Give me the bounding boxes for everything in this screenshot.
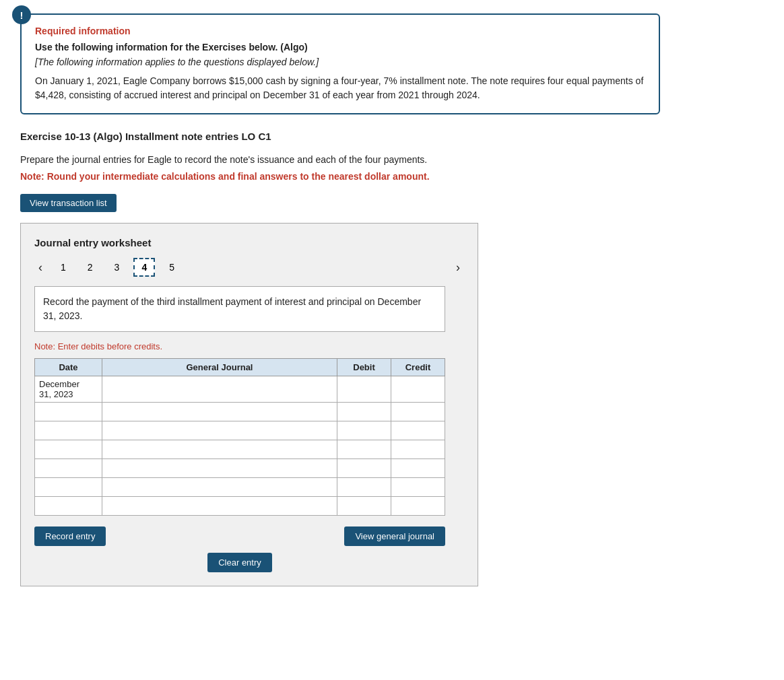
debit-input-1[interactable] <box>341 407 387 417</box>
col-header-journal: General Journal <box>102 359 337 376</box>
table-row-credit-3[interactable] <box>391 440 445 459</box>
info-box: ! Required information Use the following… <box>20 13 660 114</box>
info-body: On January 1, 2021, Eagle Company borrow… <box>35 74 645 102</box>
journal-input-1[interactable] <box>106 407 333 417</box>
journal-input-2[interactable] <box>106 426 333 436</box>
record-entry-button[interactable]: Record entry <box>34 526 106 546</box>
col-header-date: Date <box>35 359 102 376</box>
buttons-bottom: Clear entry <box>34 553 445 572</box>
credit-input-2[interactable] <box>395 426 440 436</box>
credit-input-4[interactable] <box>395 463 440 473</box>
table-row-debit-3[interactable] <box>337 440 391 459</box>
table-row-journal-6[interactable] <box>102 497 337 516</box>
table-row-credit-6[interactable] <box>391 497 445 516</box>
table-row-debit-4[interactable] <box>337 459 391 478</box>
worksheet-title: Journal entry worksheet <box>34 237 464 248</box>
debit-input-2[interactable] <box>341 426 387 436</box>
journal-table: Date General Journal Debit Credit Decemb… <box>34 358 445 516</box>
credit-input-5[interactable] <box>395 482 440 492</box>
info-italic: [The following information applies to th… <box>35 57 645 67</box>
debit-input-6[interactable] <box>341 501 387 511</box>
table-row-journal-3[interactable] <box>102 440 337 459</box>
table-row-journal-2[interactable] <box>102 421 337 440</box>
view-general-journal-button[interactable]: View general journal <box>344 526 445 546</box>
credit-input-6[interactable] <box>395 501 440 511</box>
tab-next-button[interactable]: › <box>452 259 464 276</box>
info-heading: Use the following information for the Ex… <box>35 42 645 53</box>
table-row-credit-0[interactable] <box>391 376 445 403</box>
exercise-title: Exercise 10-13 (Algo) Installment note e… <box>20 131 764 142</box>
table-row-debit-2[interactable] <box>337 421 391 440</box>
tab-navigation: ‹ 1 2 3 4 5 › <box>34 258 464 277</box>
col-header-debit: Debit <box>337 359 391 376</box>
table-row-date-4 <box>35 459 102 478</box>
credit-input-3[interactable] <box>395 444 440 454</box>
journal-input-4[interactable] <box>106 463 333 473</box>
table-row-debit-1[interactable] <box>337 403 391 421</box>
table-row-date-5 <box>35 478 102 497</box>
required-label: Required information <box>35 26 645 36</box>
tab-4[interactable]: 4 <box>133 258 155 277</box>
debit-input-3[interactable] <box>341 444 387 454</box>
table-row-date-3 <box>35 440 102 459</box>
buttons-row: Record entry View general journal <box>34 526 445 546</box>
worksheet-container: Journal entry worksheet ‹ 1 2 3 4 5 › Re… <box>20 223 478 586</box>
tab-prev-button[interactable]: ‹ <box>34 259 46 276</box>
credit-input-0[interactable] <box>395 384 440 395</box>
table-row-credit-5[interactable] <box>391 478 445 497</box>
exercise-desc: Prepare the journal entries for Eagle to… <box>20 153 764 167</box>
clear-entry-button[interactable]: Clear entry <box>207 553 272 572</box>
journal-input-3[interactable] <box>106 444 333 454</box>
table-row-journal-0[interactable] <box>102 376 337 403</box>
col-header-credit: Credit <box>391 359 445 376</box>
table-row-date-6 <box>35 497 102 516</box>
table-row-journal-4[interactable] <box>102 459 337 478</box>
view-transaction-button[interactable]: View transaction list <box>20 194 117 212</box>
journal-input-0[interactable] <box>106 384 333 395</box>
table-row-journal-5[interactable] <box>102 478 337 497</box>
journal-input-6[interactable] <box>106 501 333 511</box>
tab-5[interactable]: 5 <box>162 259 182 276</box>
table-row-credit-1[interactable] <box>391 403 445 421</box>
debit-input-4[interactable] <box>341 463 387 473</box>
credit-input-1[interactable] <box>395 407 440 417</box>
table-row-journal-1[interactable] <box>102 403 337 421</box>
exercise-note: Note: Round your intermediate calculatio… <box>20 171 764 182</box>
tab-1[interactable]: 1 <box>53 259 73 276</box>
table-row-debit-6[interactable] <box>337 497 391 516</box>
note-credits: Note: Enter debits before credits. <box>34 341 464 351</box>
table-row-credit-4[interactable] <box>391 459 445 478</box>
table-row-date-2 <box>35 421 102 440</box>
table-row-credit-2[interactable] <box>391 421 445 440</box>
debit-input-0[interactable] <box>341 384 387 395</box>
debit-input-5[interactable] <box>341 482 387 492</box>
tab-2[interactable]: 2 <box>80 259 100 276</box>
tab-3[interactable]: 3 <box>107 259 127 276</box>
alert-icon: ! <box>12 5 31 24</box>
table-row-debit-0[interactable] <box>337 376 391 403</box>
table-row-debit-5[interactable] <box>337 478 391 497</box>
table-row-date-1 <box>35 403 102 421</box>
journal-input-5[interactable] <box>106 482 333 492</box>
instruction-box: Record the payment of the third installm… <box>34 286 445 332</box>
table-row-date-0: December 31, 2023 <box>35 376 102 403</box>
